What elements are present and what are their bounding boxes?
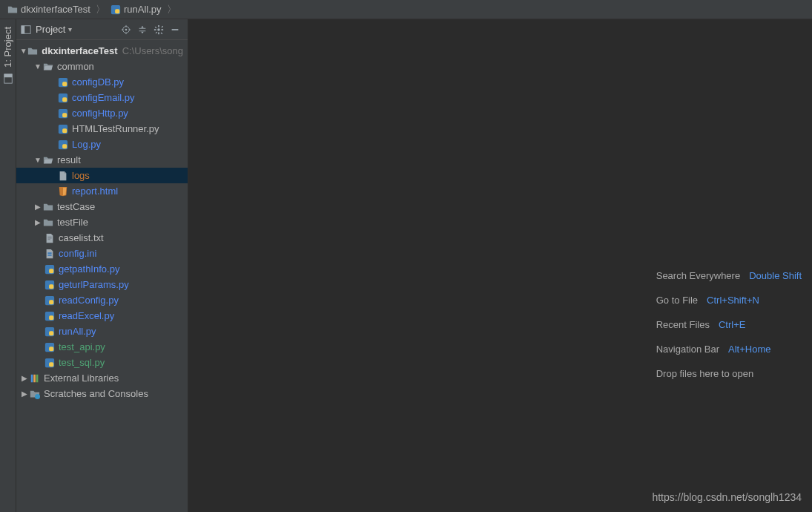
tree-label: Scratches and Consoles xyxy=(44,388,148,399)
folder-icon xyxy=(27,46,38,56)
tool-tab-project-label: 1: Project xyxy=(2,27,13,68)
chevron-right-icon[interactable]: ▶ xyxy=(33,203,43,211)
chevron-right-icon[interactable]: ▶ xyxy=(19,390,30,398)
tree-label: configHttp.py xyxy=(72,108,128,119)
tree-label: caselist.txt xyxy=(59,232,104,243)
hint-shortcut: Ctrl+E xyxy=(719,319,745,330)
tool-tab-project[interactable]: 1: Project xyxy=(2,27,13,68)
tree-file[interactable]: report.html xyxy=(16,183,188,199)
file-icon xyxy=(58,171,68,181)
chevron-down-icon[interactable]: ▼ xyxy=(33,62,43,70)
editor-hints: Search Everywhere Double Shift Go to Fil… xyxy=(656,270,802,379)
panel-icon xyxy=(3,73,13,84)
tree-file[interactable]: geturlParams.py xyxy=(16,277,188,292)
chevron-down-icon[interactable]: ▾ xyxy=(68,25,72,33)
breadcrumb-project-label: dkxinterfaceTest xyxy=(21,4,90,15)
python-icon xyxy=(58,77,68,88)
tree-file[interactable]: configEmail.py xyxy=(16,90,188,105)
tree-label: logs xyxy=(72,170,90,181)
collapse-icon xyxy=(137,24,148,35)
chevron-right-icon: 〉 xyxy=(95,3,106,16)
chevron-right-icon[interactable]: ▶ xyxy=(33,218,43,226)
tree-file[interactable]: caselist.txt xyxy=(16,230,188,246)
html-icon xyxy=(58,186,68,197)
tree-file[interactable]: HTMLTestRunner.py xyxy=(16,121,188,137)
chevron-right-icon[interactable]: ▶ xyxy=(19,374,30,382)
tree-root-path: C:\Users\song xyxy=(122,45,183,56)
tree-file[interactable]: getpathInfo.py xyxy=(16,261,188,277)
project-tool-window: Project ▾ ▼ dkxinterfaceTest C:\Users\so… xyxy=(16,19,188,512)
hint-drop-files: Drop files here to open xyxy=(656,368,754,379)
tool-window-bar-left: 1: Project xyxy=(0,19,16,512)
folder-icon xyxy=(43,217,53,228)
hint-label: Search Everywhere xyxy=(656,270,740,281)
project-panel-header: Project ▾ xyxy=(16,19,188,40)
gear-icon xyxy=(154,24,164,35)
tree-file[interactable]: test_sql.py xyxy=(16,355,188,370)
locate-button[interactable] xyxy=(118,22,134,38)
breadcrumb-file[interactable]: runAll.py xyxy=(108,4,165,15)
tree-label: HTMLTestRunner.py xyxy=(72,123,159,134)
python-icon xyxy=(58,140,68,150)
tree-label: test_sql.py xyxy=(59,357,105,368)
chevron-down-icon[interactable]: ▼ xyxy=(19,47,27,55)
target-icon xyxy=(121,24,131,35)
tree-scratches[interactable]: ▶ Scratches and Consoles xyxy=(16,386,188,401)
editor-empty-state[interactable]: Search Everywhere Double Shift Go to Fil… xyxy=(188,19,812,512)
tree-folder-testfile[interactable]: ▶ testFile xyxy=(16,214,188,230)
tree-folder-result[interactable]: ▼ result xyxy=(16,152,188,168)
python-icon xyxy=(44,295,55,306)
project-tree[interactable]: ▼ dkxinterfaceTest C:\Users\song ▼ commo… xyxy=(16,40,188,512)
tree-file[interactable]: readConfig.py xyxy=(16,292,188,308)
python-icon xyxy=(44,280,55,290)
hide-icon xyxy=(170,24,180,35)
python-icon xyxy=(44,264,55,275)
tree-file[interactable]: Log.py xyxy=(16,137,188,152)
chevron-right-icon: 〉 xyxy=(166,3,177,16)
hint-search-everywhere: Search Everywhere Double Shift xyxy=(656,270,802,281)
panel-icon xyxy=(21,24,31,35)
tree-root-label: dkxinterfaceTest xyxy=(42,45,117,56)
tree-label: report.html xyxy=(72,186,118,197)
tree-label: readConfig.py xyxy=(59,295,119,306)
tree-label: getpathInfo.py xyxy=(59,263,119,275)
python-icon xyxy=(44,342,55,352)
settings-button[interactable] xyxy=(151,22,167,38)
project-panel-title[interactable]: Project xyxy=(36,24,65,35)
hint-label: Drop files here to open xyxy=(656,368,754,379)
tree-label: configEmail.py xyxy=(72,92,135,103)
folder-icon xyxy=(43,202,53,212)
tree-file[interactable]: configHttp.py xyxy=(16,105,188,121)
hint-goto-file: Go to File Ctrl+Shift+N xyxy=(656,295,759,306)
folder-icon xyxy=(43,155,53,165)
tree-label: testFile xyxy=(57,217,88,228)
tree-root[interactable]: ▼ dkxinterfaceTest C:\Users\song xyxy=(16,43,188,59)
tree-file[interactable]: config.ini xyxy=(16,246,188,261)
python-icon xyxy=(110,4,121,15)
hide-button[interactable] xyxy=(167,22,183,38)
tree-label: result xyxy=(57,154,81,165)
chevron-down-icon[interactable]: ▼ xyxy=(33,156,43,164)
python-icon xyxy=(44,358,55,368)
python-icon xyxy=(44,311,55,321)
tree-folder-common[interactable]: ▼ common xyxy=(16,59,188,74)
folder-icon xyxy=(43,62,53,72)
breadcrumb: dkxinterfaceTest 〉 runAll.py 〉 xyxy=(0,0,812,19)
text-file-icon xyxy=(44,233,55,243)
hint-label: Navigation Bar xyxy=(656,344,719,355)
tree-label: Log.py xyxy=(72,139,101,150)
breadcrumb-project[interactable]: dkxinterfaceTest xyxy=(4,4,93,15)
tree-file-logs[interactable]: logs xyxy=(16,168,188,183)
tree-file[interactable]: test_api.py xyxy=(16,339,188,355)
tree-file[interactable]: readExcel.py xyxy=(16,308,188,324)
breadcrumb-file-label: runAll.py xyxy=(124,4,162,15)
tree-label: External Libraries xyxy=(44,372,119,384)
tree-file[interactable]: runAll.py xyxy=(16,324,188,339)
tree-folder-testcase[interactable]: ▶ testCase xyxy=(16,199,188,214)
hint-shortcut: Ctrl+Shift+N xyxy=(707,295,759,306)
watermark-text: https://blog.csdn.net/songlh1234 xyxy=(652,491,802,503)
tree-external-libraries[interactable]: ▶ External Libraries xyxy=(16,370,188,386)
collapse-all-button[interactable] xyxy=(134,22,151,38)
tree-file[interactable]: configDB.py xyxy=(16,74,188,90)
python-icon xyxy=(58,108,68,119)
